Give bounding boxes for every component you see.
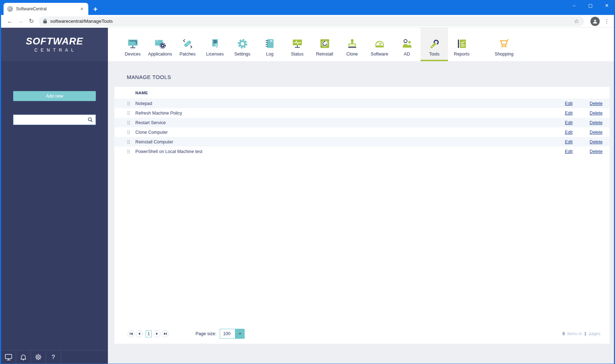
lock-icon (43, 19, 47, 23)
drag-handle-icon[interactable] (127, 131, 130, 134)
edit-link[interactable]: Edit (565, 130, 573, 135)
sidebar-search[interactable] (13, 115, 96, 125)
drag-handle-icon[interactable] (127, 150, 130, 153)
sidebar-search-input[interactable] (14, 115, 88, 125)
nav-label: Devices (125, 52, 140, 57)
table-row[interactable]: Clone Computer Edit Delete (114, 127, 610, 137)
nav-item-applications[interactable]: Applications (146, 28, 174, 61)
reload-icon[interactable]: ↻ (26, 17, 37, 25)
back-icon[interactable]: ← (5, 18, 15, 25)
software-icon (374, 32, 386, 49)
items-summary: 6 items in 1 pages (562, 331, 600, 336)
delete-link[interactable]: Delete (590, 139, 603, 144)
delete-link[interactable]: Delete (590, 120, 603, 125)
app-root: SOFTWARE CENTRAL Add new (1, 28, 614, 364)
previous-page-icon[interactable] (136, 330, 143, 337)
browser-tab[interactable]: SoftwareCentral × (4, 3, 88, 15)
next-page-icon[interactable] (153, 330, 161, 337)
nav-item-log[interactable]: Log (256, 28, 283, 61)
nav-item-tools[interactable]: Tools (421, 28, 448, 61)
address-bar[interactable]: softwarecentral/ManageTools ☆ (39, 16, 584, 26)
nav-item-software[interactable]: Software (366, 28, 393, 61)
edit-link[interactable]: Edit (565, 120, 573, 125)
delete-link[interactable]: Delete (590, 130, 603, 135)
profile-avatar[interactable] (590, 17, 600, 26)
sidebar-footer: ? (1, 350, 108, 364)
table-row[interactable]: Refresh Machine Policy Edit Delete (114, 108, 610, 118)
current-page-number[interactable]: 1 (146, 330, 152, 337)
drag-handle-icon[interactable] (127, 140, 130, 144)
nav-label: Software (371, 52, 388, 57)
nav-item-licenses[interactable]: Licenses (201, 28, 229, 61)
remote-desktop-icon[interactable] (1, 350, 16, 364)
search-icon[interactable] (88, 117, 93, 122)
chevron-down-icon[interactable] (235, 329, 244, 338)
delete-link[interactable]: Delete (590, 149, 603, 154)
maximize-icon[interactable]: ▢ (582, 0, 599, 11)
nav-item-status[interactable]: Status (283, 28, 311, 61)
settings-gear-icon[interactable] (31, 350, 46, 364)
browser-titlebar: SoftwareCentral × + – ▢ ✕ (0, 0, 615, 15)
main-area: Devices Applications (108, 28, 614, 364)
minimize-icon[interactable]: – (566, 0, 582, 11)
items-text: items in (567, 331, 582, 336)
edit-link[interactable]: Edit (565, 101, 573, 106)
page-size-label: Page size: (196, 331, 216, 336)
page-size-select[interactable]: 100 (220, 329, 245, 339)
forward-icon[interactable]: → (15, 18, 26, 25)
first-page-icon[interactable] (127, 330, 135, 337)
table-row[interactable]: Notepad Edit Delete (114, 99, 610, 108)
notifications-bell-icon[interactable] (16, 350, 31, 364)
edit-link[interactable]: Edit (565, 149, 573, 154)
nav-item-patches[interactable]: Patches (174, 28, 201, 61)
pages-text: pages (589, 331, 600, 336)
nav-item-reports[interactable]: Reports (448, 28, 475, 61)
close-window-icon[interactable]: ✕ (599, 0, 615, 11)
nav-item-ad[interactable]: AD (393, 28, 421, 61)
tools-table-card: NAME Notepad Edit Delete Refresh Machine… (114, 87, 610, 344)
delete-link[interactable]: Delete (590, 111, 603, 116)
pager: 1 (127, 330, 170, 337)
ad-users-icon (401, 32, 413, 49)
tool-name: Clone Computer (135, 130, 565, 135)
nav-item-clone[interactable]: Clone (338, 28, 366, 61)
nav-item-reinstall[interactable]: Reinstall (311, 28, 338, 61)
window-controls: – ▢ ✕ (566, 0, 615, 11)
status-icon (291, 32, 303, 49)
browser-menu-icon[interactable]: ⋮ (603, 18, 610, 25)
site-favicon (7, 6, 13, 12)
new-tab-icon[interactable]: + (93, 6, 98, 13)
help-icon[interactable]: ? (46, 350, 61, 364)
tool-name: PowerShell on Local Machine test (135, 149, 565, 154)
page-content: MANAGE TOOLS NAME Notepad Edit Delete Re… (108, 61, 614, 364)
nav-item-devices[interactable]: Devices (119, 28, 146, 61)
nav-item-shopping[interactable]: Shopping (490, 28, 518, 61)
table-row[interactable]: Restart Service Edit Delete (114, 118, 610, 127)
drag-handle-icon[interactable] (127, 121, 130, 125)
tools-wrench-icon (428, 32, 441, 49)
tab-close-icon[interactable]: × (78, 5, 85, 12)
items-count: 6 (563, 331, 565, 336)
tab-title: SoftwareCentral (16, 6, 78, 11)
delete-link[interactable]: Delete (590, 101, 603, 106)
licenses-icon (209, 32, 221, 49)
tool-name: Notepad (135, 101, 565, 106)
nav-label: Licenses (206, 52, 224, 57)
nav-label: Patches (179, 52, 196, 57)
nav-label: Applications (148, 52, 172, 57)
url-text: softwarecentral/ManageTools (50, 19, 574, 24)
bookmark-star-icon[interactable]: ☆ (574, 18, 579, 25)
table-row[interactable]: Reinstall Computer Edit Delete (114, 137, 610, 147)
table-row[interactable]: PowerShell on Local Machine test Edit De… (114, 147, 610, 156)
nav-label: Log (266, 52, 273, 57)
table-header-name: NAME (114, 87, 610, 99)
edit-link[interactable]: Edit (565, 139, 573, 144)
add-new-button[interactable]: Add new (13, 91, 96, 101)
nav-label: Reports (454, 52, 470, 57)
drag-handle-icon[interactable] (127, 111, 130, 115)
drag-handle-icon[interactable] (127, 102, 130, 105)
last-page-icon[interactable] (162, 330, 169, 337)
edit-link[interactable]: Edit (565, 111, 573, 116)
tool-name: Refresh Machine Policy (135, 111, 565, 116)
nav-item-settings[interactable]: Settings (229, 28, 256, 61)
